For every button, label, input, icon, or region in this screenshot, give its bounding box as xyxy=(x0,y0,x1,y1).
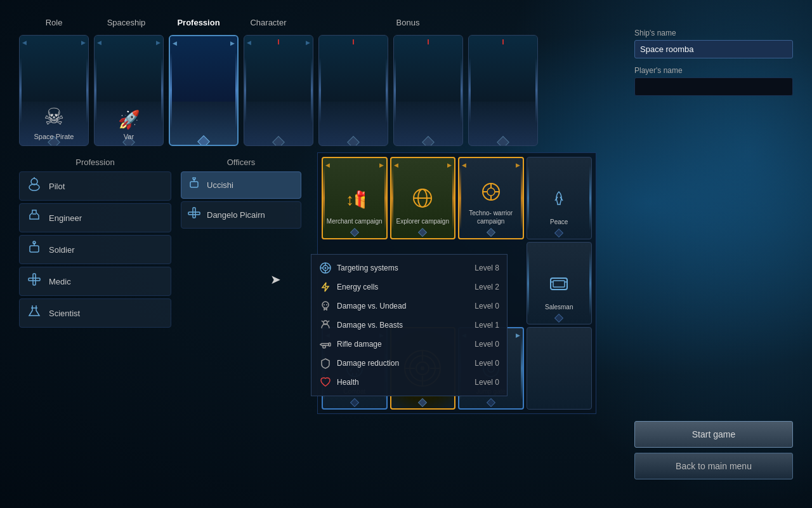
profession-list: Pilot Engineer Soldier Medic Scientist xyxy=(19,171,171,330)
officers-title: Officers xyxy=(181,157,301,167)
profession-item-soldier[interactable]: Soldier xyxy=(19,235,171,264)
skill-row-targeting[interactable]: Targeting systems Level 8 xyxy=(311,258,507,277)
profession-title: Profession xyxy=(19,157,171,167)
svg-rect-8 xyxy=(29,278,40,281)
skill-row-health[interactable]: Health Level 0 xyxy=(311,373,507,392)
spaceship-arrow-right: ▶ xyxy=(156,39,160,46)
undead-skill-name: Damage vs. Undead xyxy=(337,302,469,311)
uccishi-icon xyxy=(188,177,200,193)
card-arrow-right: ▶ xyxy=(81,39,86,46)
card-role[interactable]: ◀ ▶ ☠ Space Pirate xyxy=(19,35,89,146)
svg-point-56 xyxy=(326,304,327,305)
beasts-skill-icon xyxy=(319,319,332,331)
engineer-name: Engineer xyxy=(49,213,82,223)
svg-rect-61 xyxy=(323,345,325,348)
officer-item-uccishi[interactable]: Uccishi xyxy=(181,171,301,199)
svg-rect-14 xyxy=(188,212,200,215)
combat-diamond xyxy=(350,398,359,407)
scientist-icon xyxy=(27,304,41,322)
svg-point-51 xyxy=(322,302,329,308)
svg-rect-4 xyxy=(30,246,39,252)
header-label-spaceship: Spaceship xyxy=(89,18,164,27)
player-name-label: Player's name xyxy=(634,66,793,75)
role-icon: ☠ xyxy=(44,104,64,130)
medic-icon xyxy=(27,272,41,290)
char-arrow-right: ▶ xyxy=(306,39,310,46)
svg-point-55 xyxy=(324,304,325,305)
camp-card-peace[interactable]: Peace xyxy=(527,157,593,239)
dangelo-icon xyxy=(188,207,200,223)
profession-item-medic[interactable]: Medic xyxy=(19,267,171,296)
card-row: ◀ ▶ ☠ Space Pirate ◀ ▶ 🚀 Var xyxy=(19,35,538,146)
rifle-skill-icon xyxy=(319,338,332,351)
role-label: Space Pirate xyxy=(34,133,74,140)
officer-item-dangelo[interactable]: Dangelo Picairn xyxy=(181,201,301,229)
salesman-diamond xyxy=(554,314,563,323)
health-skill-name: Health xyxy=(337,378,469,387)
svg-rect-10 xyxy=(190,182,198,187)
ship-name-input[interactable] xyxy=(634,40,793,58)
profession-arrow-left: ◀ xyxy=(173,40,177,46)
camp-card-techno[interactable]: ◀ ▶ Techno- warrior campaign xyxy=(458,157,524,239)
spaceship-label: Var xyxy=(124,133,134,140)
skill-row-undead[interactable]: Damage vs. Undead Level 0 xyxy=(311,297,507,316)
card-spaceship[interactable]: ◀ ▶ 🚀 Var xyxy=(94,35,164,146)
targeting-skill-name: Targeting systems xyxy=(337,264,469,272)
camp-slot-empty xyxy=(527,327,593,410)
jump-diamond xyxy=(487,398,495,407)
health-skill-level: Level 0 xyxy=(475,378,499,387)
svg-rect-7 xyxy=(33,274,36,285)
start-game-button[interactable]: Start game xyxy=(634,421,793,448)
card-character[interactable]: ◀ ▶ xyxy=(244,35,313,146)
profession-item-engineer[interactable]: Engineer xyxy=(19,203,171,232)
beasts-skill-level: Level 1 xyxy=(475,321,499,330)
peace-label: Peace xyxy=(550,218,568,226)
header-label-profession: Profession xyxy=(164,18,233,27)
dangelo-name: Dangelo Picairn xyxy=(207,210,265,220)
card-bonus1[interactable] xyxy=(318,35,388,146)
skills-dropdown: Targeting systems Level 8 Energy cells L… xyxy=(311,254,508,396)
bonus2-diamond xyxy=(422,136,435,146)
ship-panel: Ship's name Player's name xyxy=(634,29,793,104)
skill-row-damage-reduction[interactable]: Damage reduction Level 0 xyxy=(311,354,507,373)
peace-diamond xyxy=(554,229,563,237)
card-arrow-left: ◀ xyxy=(22,39,27,46)
skill-row-rifle[interactable]: Rifle damage Level 0 xyxy=(311,335,507,354)
explorer-diamond xyxy=(418,228,427,237)
card-bonus3[interactable] xyxy=(468,35,538,146)
uccishi-name: Uccishi xyxy=(207,180,233,190)
profession-arrow-right: ▶ xyxy=(230,40,235,46)
skill-row-energy[interactable]: Energy cells Level 2 xyxy=(311,277,507,297)
profession-item-scientist[interactable]: Scientist xyxy=(19,298,171,328)
card-profession[interactable]: ◀ ▶ xyxy=(169,35,239,146)
header-label-role: Role xyxy=(19,18,89,27)
spaceship-icon: 🚀 xyxy=(118,109,140,130)
undead-skill-icon xyxy=(319,300,332,312)
merchant-label: Merchant campaign xyxy=(327,217,383,225)
skill-row-beasts[interactable]: Damage vs. Beasts Level 1 xyxy=(311,316,507,335)
explorer-label: Explorer campaign xyxy=(396,217,449,225)
back-to-main-menu-button[interactable]: Back to main menu xyxy=(634,453,793,479)
damage-reduction-skill-icon xyxy=(319,357,332,370)
scientist-name: Scientist xyxy=(49,309,80,318)
rifle-skill-level: Level 0 xyxy=(475,340,499,349)
rifle-skill-name: Rifle damage xyxy=(337,340,469,349)
health-skill-icon xyxy=(319,376,332,389)
char-diamond xyxy=(272,136,285,146)
pilot-icon xyxy=(27,177,41,195)
player-name-input[interactable] xyxy=(634,77,793,96)
soldier-name: Soldier xyxy=(49,245,74,255)
camp-card-merchant[interactable]: ◀ ▶ ↕🎁 Merchant campaign xyxy=(322,157,388,239)
char-arrow-left: ◀ xyxy=(247,39,251,46)
undead-skill-level: Level 0 xyxy=(475,302,499,311)
targeting-diamond xyxy=(418,398,427,407)
energy-skill-icon xyxy=(319,281,332,293)
engineer-icon xyxy=(27,209,41,227)
camp-card-explorer[interactable]: ◀ ▶ Explorer campaign xyxy=(390,157,456,239)
svg-text:🎁: 🎁 xyxy=(353,189,365,209)
techno-diamond xyxy=(487,228,495,237)
profession-item-pilot[interactable]: Pilot xyxy=(19,171,171,201)
card-bonus2[interactable] xyxy=(393,35,463,146)
camp-card-salesman[interactable]: Salesman xyxy=(527,242,593,324)
svg-point-21 xyxy=(487,188,495,196)
